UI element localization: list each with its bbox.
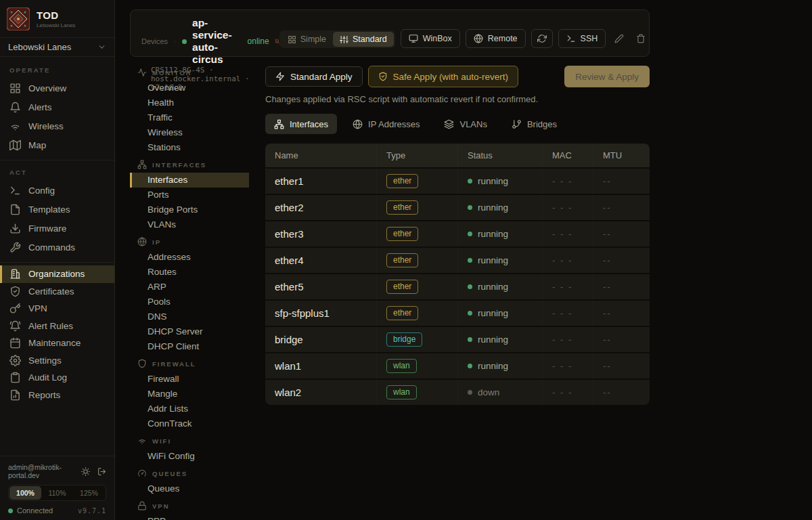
type-badge: ether [386, 280, 418, 294]
sidebar-item-vpn[interactable]: VPN [0, 300, 114, 318]
sidebar-item-alert-rules[interactable]: Alert Rules [0, 318, 114, 335]
subnav-item-firewall[interactable]: Firewall [130, 372, 265, 387]
remote-button[interactable]: Remote [466, 29, 526, 48]
brand-org-subtitle: Lebowski Lanes [37, 22, 75, 28]
sidebar-item-settings[interactable]: Settings [0, 352, 114, 370]
subnav-item-health[interactable]: Health [130, 95, 265, 110]
column-header-name: Name [265, 144, 376, 167]
subnav-item-addresses[interactable]: Addresses [130, 250, 265, 265]
notifications-off-icon[interactable] [275, 36, 279, 47]
status-label: running [478, 361, 508, 371]
zoom-option-100[interactable]: 100% [9, 486, 41, 500]
subnav-item-wifi-config[interactable]: WiFi Config [130, 449, 265, 464]
tab-vlans[interactable]: VLANs [435, 114, 495, 134]
sidebar-item-overview[interactable]: Overview [0, 79, 114, 98]
zoom-option-125[interactable]: 125% [73, 486, 105, 500]
tab-interfaces[interactable]: Interfaces [265, 114, 337, 134]
interface-type-cell: ether [376, 169, 457, 194]
sidebar-section-label: ACT [0, 163, 114, 181]
interface-mac: - - - [542, 353, 593, 378]
sidebar-item-config[interactable]: Config [0, 181, 114, 200]
sidebar-item-certificates[interactable]: Certificates [0, 283, 114, 301]
status-label: down [478, 387, 499, 397]
subnav-item-addr-lists[interactable]: Addr Lists [130, 402, 265, 416]
interface-mtu: -- [593, 274, 650, 299]
logout-icon[interactable] [97, 467, 106, 476]
table-row-ether4[interactable]: ether4etherrunning- - --- [265, 246, 650, 273]
table-row-bridge[interactable]: bridgebridgerunning- - --- [265, 326, 650, 352]
subnav-item-routes[interactable]: Routes [130, 265, 265, 280]
sidebar-item-firmware[interactable]: Firmware [0, 219, 114, 238]
subnav-item-bridge-ports[interactable]: Bridge Ports [130, 202, 265, 217]
table-row-wlan2[interactable]: wlan2wlandown- - --- [265, 378, 650, 405]
sidebar-item-wireless[interactable]: Wireless [0, 116, 114, 135]
subnav-item-stations[interactable]: Stations [130, 140, 265, 155]
subnav-item-conntrack[interactable]: ConnTrack [130, 416, 265, 431]
interface-mac: - - - [542, 248, 593, 273]
apply-note: Changes applied via RSC script with auto… [265, 94, 650, 104]
review-apply-button[interactable]: Review & Apply [564, 66, 650, 87]
tab-ip-addresses[interactable]: IP Addresses [344, 114, 428, 134]
table-row-ether5[interactable]: ether5etherrunning- - --- [265, 273, 650, 299]
theme-toggle-sun-icon[interactable] [81, 467, 90, 476]
subnav-item-mangle[interactable]: Mangle [130, 387, 265, 402]
subnav-item-queues[interactable]: Queues [130, 481, 265, 496]
subnav-section-monitor: MONITOR [130, 63, 265, 81]
subnav-item-dhcp-client[interactable]: DHCP Client [130, 339, 265, 354]
type-badge: ether [386, 174, 418, 188]
sidebar-item-commands[interactable]: Commands [0, 238, 114, 257]
zoom-option-110[interactable]: 110% [41, 486, 73, 500]
table-row-sfp-sfpplus1[interactable]: sfp-sfpplus1etherrunning- - --- [265, 299, 650, 326]
interface-status-cell: running [457, 274, 542, 299]
table-row-ether2[interactable]: ether2etherrunning- - --- [265, 194, 650, 220]
trash-icon [636, 34, 646, 43]
subnav-item-pools[interactable]: Pools [130, 295, 265, 309]
status-dot [468, 205, 472, 210]
download-icon [9, 223, 21, 234]
subnav-item-ppp[interactable]: PPP [130, 514, 265, 520]
sidebar-item-audit-log[interactable]: Audit Log [0, 369, 114, 387]
subnav-item-dns[interactable]: DNS [130, 309, 265, 324]
safe-apply-button[interactable]: Safe Apply (with auto-revert) [368, 66, 518, 87]
zap-icon [275, 72, 285, 81]
breadcrumb[interactable]: Devices [141, 37, 168, 45]
sidebar-item-map[interactable]: Map [0, 135, 114, 154]
tab-label: VLANs [459, 119, 487, 129]
standard-apply-button[interactable]: Standard Apply [265, 66, 363, 87]
brand-header: TOD Lebowski Lanes [0, 0, 114, 38]
subnav-item-traffic[interactable]: Traffic [130, 110, 265, 125]
column-header-mtu: MTU [593, 144, 650, 167]
subnav-item-overview[interactable]: Overview [130, 81, 265, 95]
sidebar-item-reports[interactable]: Reports [0, 387, 114, 404]
interface-name: ether4 [265, 248, 376, 273]
subnav-section-wifi: WIFI [130, 431, 265, 449]
edit-device-button[interactable] [611, 29, 627, 48]
table-row-wlan1[interactable]: wlan1wlanrunning- - --- [265, 352, 650, 378]
grid-icon [288, 35, 296, 44]
sidebar-item-organizations[interactable]: Organizations [0, 265, 114, 283]
mode-standard-button[interactable]: Standard [333, 32, 394, 47]
org-selector[interactable]: Lebowski Lanes [0, 38, 114, 57]
network-icon [274, 119, 284, 129]
table-row-ether3[interactable]: ether3etherrunning- - --- [265, 220, 650, 246]
subnav-section-label: VPN [152, 502, 170, 510]
sidebar-item-templates[interactable]: Templates [0, 200, 114, 219]
ssh-button[interactable]: SSH [558, 29, 606, 48]
sidebar-item-label: Templates [28, 204, 70, 215]
subnav-item-ports[interactable]: Ports [130, 188, 265, 202]
connection-status-label: Connected [17, 506, 53, 515]
sidebar-item-maintenance[interactable]: Maintenance [0, 334, 114, 352]
mode-simple-button[interactable]: Simple [281, 32, 333, 47]
refresh-button[interactable] [531, 29, 553, 48]
subnav-item-vlans[interactable]: VLANs [130, 217, 265, 232]
winbox-button[interactable]: WinBox [401, 29, 460, 48]
tab-bridges[interactable]: Bridges [503, 114, 566, 134]
delete-device-button[interactable] [633, 29, 649, 48]
sidebar-item-alerts[interactable]: Alerts [0, 98, 114, 116]
grid-icon [9, 83, 21, 94]
subnav-item-arp[interactable]: ARP [130, 280, 265, 295]
subnav-item-dhcp-server[interactable]: DHCP Server [130, 324, 265, 339]
subnav-item-interfaces[interactable]: Interfaces [130, 173, 249, 188]
subnav-item-wireless[interactable]: Wireless [130, 125, 265, 140]
table-row-ether1[interactable]: ether1etherrunning- - --- [265, 167, 650, 194]
